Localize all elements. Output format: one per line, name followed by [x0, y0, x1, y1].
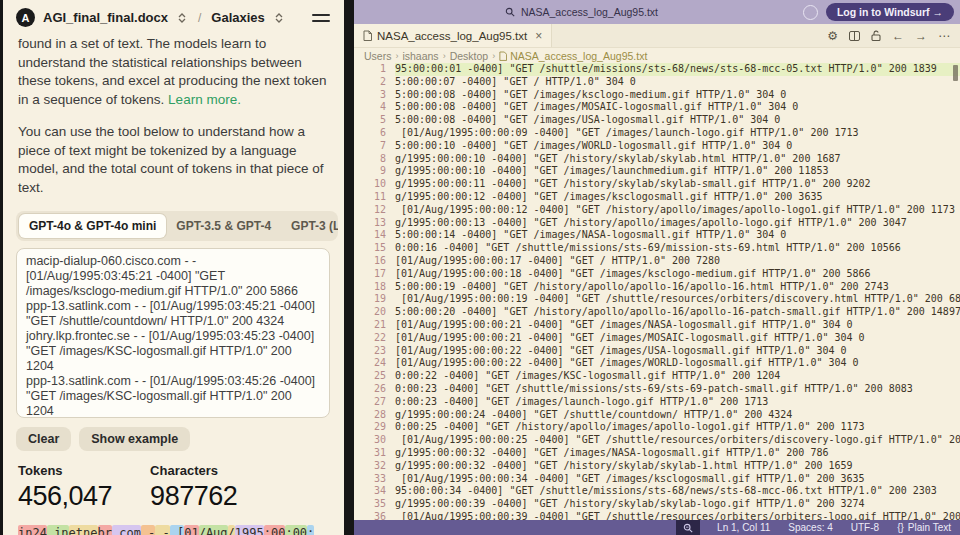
code-line[interactable]: 28g/1995:00:00:24 -0400] "GET /shuttle/c…	[354, 409, 960, 422]
code-line[interactable]: 185:00:00:19 -0400] "GET /history/apollo…	[354, 281, 960, 294]
zoom-indicator[interactable]	[676, 520, 700, 535]
statusbar-item[interactable]: UTF-8	[842, 522, 888, 533]
section-title[interactable]: Galaxies	[211, 10, 265, 25]
model-tab[interactable]: GPT-3 (Legacy)	[281, 214, 338, 238]
code-line[interactable]: 31g/1995:00:00:32 -0400] "GET /images/NA…	[354, 447, 960, 460]
code-line[interactable]: 10g/1995:00:00:11 -0400] "GET /history/s…	[354, 178, 960, 191]
account-icon[interactable]	[803, 5, 818, 20]
code-line[interactable]: 13g/1995:00:00:13 -0400] "GET /history/a…	[354, 217, 960, 230]
code-line[interactable]: 195:00:00:01 -0400] "GET /shuttle/missio…	[354, 63, 960, 76]
breadcrumb-item[interactable]: ishaans	[402, 50, 438, 62]
code-line-text: 5:00:00:14 -0400] "GET /images/NASA-logo…	[395, 229, 960, 242]
editor-window: NASA_access_log_Aug95.txt Log in to Wind…	[354, 0, 960, 535]
statusbar-item-label: UTF-8	[851, 522, 879, 533]
code-line[interactable]: 12 [01/Aug/1995:00:00:12 -0400] "GET /hi…	[354, 204, 960, 217]
model-tabs: GPT-4o & GPT-4o miniGPT-3.5 & GPT-4GPT-3…	[16, 211, 338, 241]
code-line[interactable]: 145:00:00:14 -0400] "GET /images/NASA-lo…	[354, 229, 960, 242]
code-line[interactable]: 19 [01/Aug/1995:00:00:19 -0400] "GET /sh…	[354, 293, 960, 306]
close-tab-icon[interactable]: ×	[535, 29, 542, 43]
site-logo[interactable]: A	[16, 8, 35, 27]
model-tab[interactable]: GPT-3.5 & GPT-4	[166, 214, 281, 238]
show-example-button[interactable]: Show example	[79, 427, 190, 451]
command-palette-text: NASA_access_log_Aug95.txt	[521, 6, 658, 18]
split-screen: A AGI_final_final.docx / Galaxies found …	[0, 0, 960, 535]
code-line[interactable]: 24[01/Aug/1995:00:00:22 -0400] "GET /ima…	[354, 357, 960, 370]
statusbar-items: Ln 1, Col 11Spaces: 4UTF-8{}Plain Text	[708, 520, 960, 535]
chevron-updown-icon[interactable]	[275, 13, 283, 23]
code-line[interactable]: 16[01/Aug/1995:00:00:17 -0400] "GET / HT…	[354, 255, 960, 268]
code-line[interactable]: 3495:00:00:34 -0400] "GET /shuttle/missi…	[354, 485, 960, 498]
code-line[interactable]: 6 [01/Aug/1995:00:00:09 -0400] "GET /ima…	[354, 127, 960, 140]
code-line-text: [01/Aug/1995:00:00:34 -0400] "GET /image…	[395, 473, 960, 486]
code-line[interactable]: 22[01/Aug/1995:00:00:21 -0400] "GET /ima…	[354, 332, 960, 345]
code-line-text: 5:00:00:08 -0400] "GET /images/MOSAIC-lo…	[395, 101, 960, 114]
code-line[interactable]: 150:00:16 -0400] "GET /shuttle/missions/…	[354, 242, 960, 255]
code-line[interactable]: 55:00:00:08 -0400] "GET /images/USA-logo…	[354, 114, 960, 127]
code-line-text: g/1995:00:00:39 -0400] "GET /history/sky…	[395, 498, 960, 511]
code-line[interactable]: 30 [01/Aug/1995:00:00:25 -0400] "GET /sh…	[354, 434, 960, 447]
code-lines: 195:00:00:01 -0400] "GET /shuttle/missio…	[354, 63, 960, 520]
code-line[interactable]: 260:00:23 -0400] "GET /shuttle/missions/…	[354, 383, 960, 396]
doc-title[interactable]: AGI_final_final.docx	[43, 10, 168, 25]
breadcrumb-file[interactable]: NASA_access_log_Aug95.txt	[499, 50, 647, 62]
code-line[interactable]: 8g/1995:00:00:10 -0400] "GET /history/sk…	[354, 153, 960, 166]
chevron-updown-icon[interactable]	[178, 13, 186, 23]
code-line[interactable]: 290:00:25 -0400] "GET /history/apollo/im…	[354, 421, 960, 434]
breadcrumb-slash: /	[198, 11, 201, 25]
code-line[interactable]: 11g/1995:00:00:12 -0400] "GET /images/ks…	[354, 191, 960, 204]
menu-icon[interactable]	[312, 14, 330, 22]
line-number: 29	[354, 421, 395, 434]
code-line[interactable]: 17[01/Aug/1995:00:00:18 -0400] "GET /ima…	[354, 268, 960, 281]
code-line-text: [01/Aug/1995:00:00:25 -0400] "GET /shutt…	[395, 434, 960, 447]
code-line[interactable]: 36 [01/Aug/1995:00:00:39 -0400] "GET /sh…	[354, 511, 960, 520]
tokenizer-page: A AGI_final_final.docx / Galaxies found …	[0, 0, 344, 535]
page-header: A AGI_final_final.docx / Galaxies	[0, 0, 344, 33]
token-line: in24.inetnebr.com - - [01/Aug/1995:00:00…	[18, 524, 330, 535]
learn-more-link[interactable]: Learn more.	[168, 92, 241, 107]
pane-divider[interactable]	[344, 0, 354, 535]
navigate-forward-icon[interactable]: →	[915, 29, 927, 43]
code-line[interactable]: 9g/1995:00:00:10 -0400] "GET /images/lau…	[354, 165, 960, 178]
line-number: 33	[354, 473, 395, 486]
line-number: 1	[354, 63, 395, 76]
breadcrumb-item[interactable]: Users	[364, 50, 391, 62]
line-number: 11	[354, 191, 395, 204]
code-line[interactable]: 21[01/Aug/1995:00:00:21 -0400] "GET /ima…	[354, 319, 960, 332]
code-line[interactable]: 32g/1995:00:00:32 -0400] "GET /history/s…	[354, 460, 960, 473]
code-editor[interactable]: 195:00:00:01 -0400] "GET /shuttle/missio…	[354, 63, 960, 520]
statusbar-item[interactable]: {}Plain Text	[888, 522, 960, 533]
tokenizer-text-input[interactable]: macip-dialup-060.cisco.com - - [01/Aug/1…	[16, 248, 330, 418]
line-number: 32	[354, 460, 395, 473]
login-windsurf-button[interactable]: Log in to Windsurf →	[826, 3, 954, 21]
editor-tab[interactable]: NASA_access_log_Aug95.txt ×	[354, 24, 552, 47]
code-line[interactable]: 25:00:00:07 -0400] "GET / HTTP/1.0" 304 …	[354, 76, 960, 89]
code-line-text: 0:00:16 -0400] "GET /shuttle/missions/st…	[395, 242, 960, 255]
scrollbar-thumb[interactable]	[953, 65, 958, 81]
command-palette[interactable]: NASA_access_log_Aug95.txt	[360, 6, 803, 18]
code-line[interactable]: 23[01/Aug/1995:00:00:22 -0400] "GET /ima…	[354, 345, 960, 358]
code-line[interactable]: 205:00:00:20 -0400] "GET /history/apollo…	[354, 306, 960, 319]
line-number: 8	[354, 153, 395, 166]
breadcrumb-item[interactable]: Desktop	[450, 50, 489, 62]
code-line[interactable]: 270:00:23 -0400] "GET /images/launch-log…	[354, 396, 960, 409]
clear-button[interactable]: Clear	[16, 427, 71, 451]
statusbar-item[interactable]: Ln 1, Col 11	[708, 522, 779, 533]
code-line[interactable]: 250:00:22 -0400] "GET /images/KSC-logosm…	[354, 370, 960, 383]
settings-gear-icon[interactable]: ⚙	[827, 29, 838, 43]
split-editor-icon[interactable]	[849, 31, 860, 41]
code-line[interactable]: 45:00:00:08 -0400] "GET /images/MOSAIC-l…	[354, 101, 960, 114]
unlock-icon[interactable]	[871, 30, 881, 41]
breadcrumb-separator-icon: ›	[443, 51, 446, 61]
code-line[interactable]: 75:00:00:10 -0400] "GET /images/WORLD-lo…	[354, 140, 960, 153]
vertical-scrollbar[interactable]	[951, 63, 960, 520]
more-actions-icon[interactable]: ⋯	[938, 29, 950, 43]
statusbar-item[interactable]: Spaces: 4	[779, 522, 841, 533]
code-line[interactable]: 33 [01/Aug/1995:00:00:34 -0400] "GET /im…	[354, 473, 960, 486]
braces-icon: {}	[897, 522, 904, 533]
code-line[interactable]: 35g/1995:00:00:39 -0400] "GET /history/s…	[354, 498, 960, 511]
breadcrumb-separator-icon: ›	[395, 51, 398, 61]
characters-value: 987762	[150, 481, 237, 512]
navigate-back-icon[interactable]: ←	[892, 29, 904, 43]
code-line[interactable]: 35:00:00:08 -0400] "GET /images/ksclogo-…	[354, 89, 960, 102]
model-tab[interactable]: GPT-4o & GPT-4o mini	[19, 214, 166, 238]
